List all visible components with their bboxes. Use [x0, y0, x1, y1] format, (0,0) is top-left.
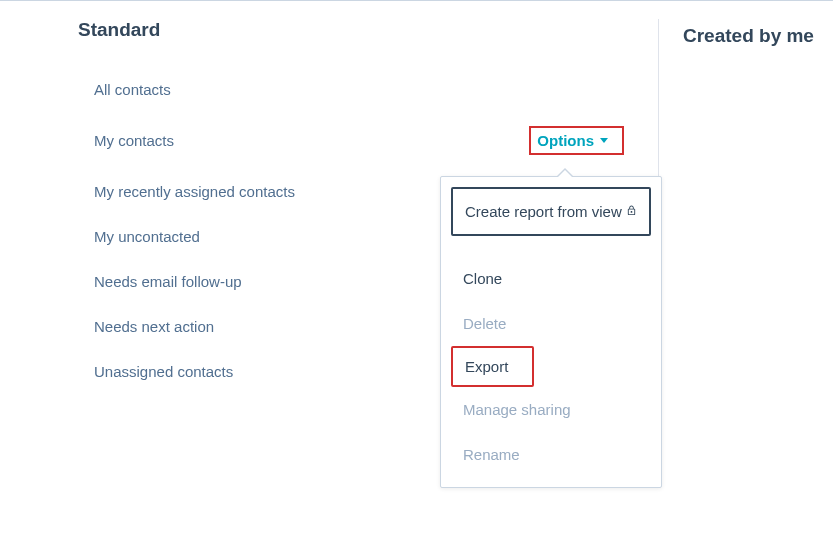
list-item-label: My recently assigned contacts [94, 183, 295, 200]
list-item-label: Unassigned contacts [94, 363, 233, 380]
chevron-down-icon [600, 138, 608, 143]
dropdown-item-label: Export [465, 358, 508, 375]
dropdown-item-label: Rename [463, 446, 520, 463]
list-item-label: My uncontacted [94, 228, 200, 245]
options-label: Options [537, 132, 594, 149]
options-dropdown: Create report from view Clone Delete Exp… [440, 176, 662, 488]
dropdown-create-report[interactable]: Create report from view [451, 187, 651, 236]
dropdown-rename: Rename [451, 432, 651, 477]
list-item[interactable]: All contacts [94, 67, 658, 112]
dropdown-export[interactable]: Export [451, 346, 534, 387]
list-item-label: All contacts [94, 81, 171, 98]
dropdown-manage-sharing: Manage sharing [451, 387, 651, 432]
dropdown-item-label: Clone [463, 270, 502, 287]
options-button[interactable]: Options [537, 132, 608, 149]
list-item-label: Needs next action [94, 318, 214, 335]
created-by-me-section: Created by me [658, 19, 833, 474]
list-item-label: Needs email follow-up [94, 273, 242, 290]
dropdown-item-label: Manage sharing [463, 401, 571, 418]
dropdown-item-label: Create report from view [465, 203, 622, 220]
dropdown-delete: Delete [451, 301, 651, 346]
options-highlight: Options [529, 126, 624, 155]
standard-title: Standard [78, 19, 658, 41]
dropdown-clone[interactable]: Clone [451, 256, 651, 301]
created-by-me-title: Created by me [683, 25, 833, 47]
dropdown-item-label: Delete [463, 315, 506, 332]
lock-icon [626, 203, 637, 220]
list-item[interactable]: My contacts Options [94, 112, 658, 169]
list-item-label: My contacts [94, 132, 174, 149]
